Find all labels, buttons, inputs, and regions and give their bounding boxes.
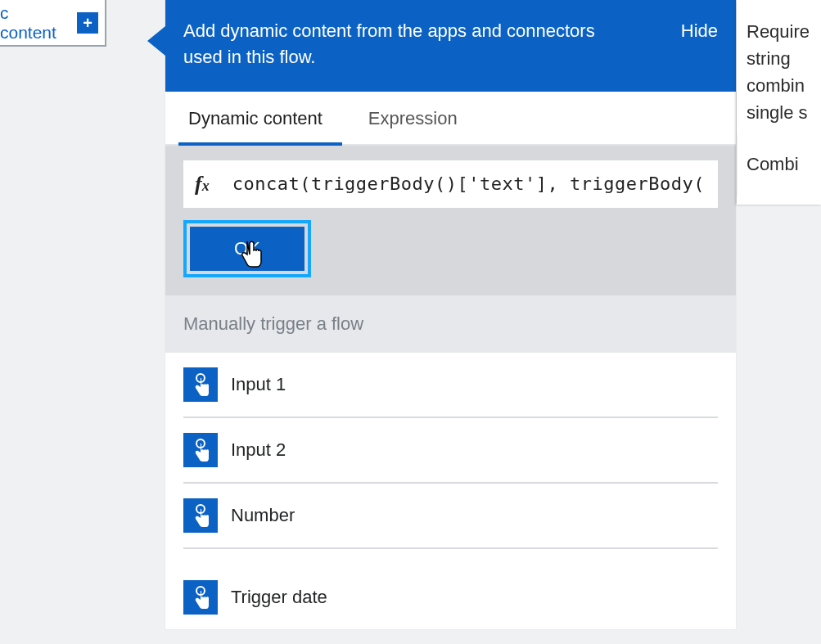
side-tooltip-line: Require (747, 18, 821, 45)
ok-button[interactable]: OK (190, 227, 304, 271)
option-number[interactable]: Number (183, 484, 718, 549)
dynamic-content-panel: Add dynamic content from the apps and co… (165, 0, 736, 629)
panel-header: Add dynamic content from the apps and co… (165, 0, 736, 92)
side-tooltip-bottom: Combi (747, 151, 821, 178)
side-tooltip-line: combin (747, 72, 821, 99)
panel-pointer-arrow (147, 26, 165, 56)
option-label: Input 2 (231, 439, 286, 461)
option-label: Trigger date (231, 587, 327, 608)
dynamic-content-pill[interactable]: c content + (0, 0, 106, 47)
expression-input[interactable] (232, 173, 706, 194)
options-separator (183, 549, 718, 565)
side-tooltip: Require string combin single s Combi ︿ 2… (737, 0, 821, 205)
dynamic-content-pill-label: c content (0, 3, 69, 43)
add-icon: + (77, 12, 98, 34)
touch-icon (183, 580, 218, 615)
touch-icon (183, 433, 218, 467)
tab-expression[interactable]: Expression (345, 92, 480, 144)
touch-icon (183, 367, 218, 402)
dynamic-content-options: Input 1 Input 2 Number (165, 353, 736, 629)
option-input-2[interactable]: Input 2 (183, 418, 718, 484)
tab-underline (178, 142, 342, 146)
side-tooltip-line: string (747, 45, 821, 72)
expression-area: fx OK (165, 146, 736, 295)
touch-icon (183, 498, 218, 533)
panel-description: Add dynamic content from the apps and co… (183, 18, 600, 70)
ok-button-highlight: OK (183, 220, 311, 277)
panel-tabs: Dynamic content Expression (165, 92, 736, 146)
side-tooltip-line: single s (747, 99, 821, 126)
ok-button-label: OK (234, 238, 260, 259)
fx-icon: fx (195, 172, 210, 196)
hide-link[interactable]: Hide (681, 18, 718, 44)
option-label: Number (231, 505, 295, 526)
trigger-section-title: Manually trigger a flow (165, 295, 736, 353)
option-input-1[interactable]: Input 1 (183, 353, 718, 418)
expression-input-wrap: fx (183, 160, 718, 208)
option-trigger-date[interactable]: Trigger date (183, 565, 718, 629)
option-label: Input 1 (231, 374, 286, 395)
tab-dynamic-content[interactable]: Dynamic content (165, 92, 345, 144)
